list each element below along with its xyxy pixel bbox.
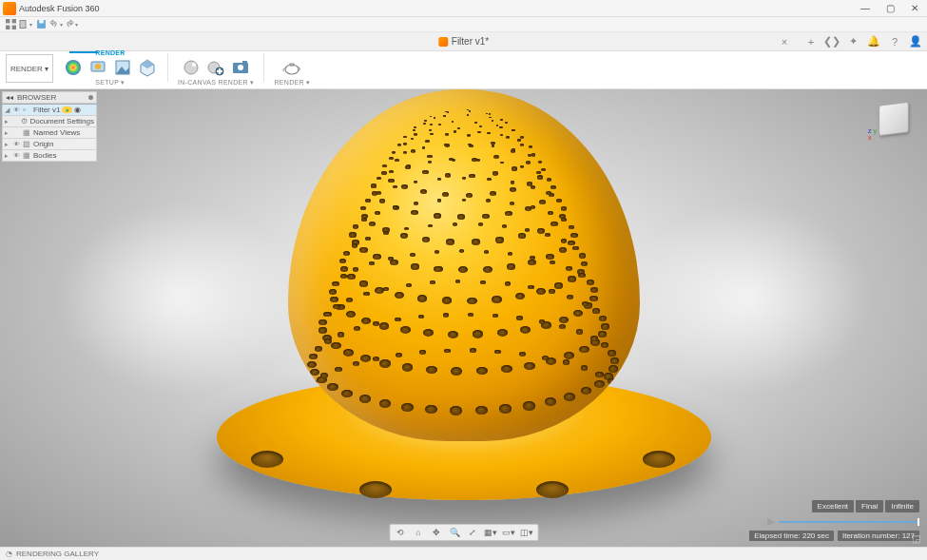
- tab-close-icon[interactable]: ×: [777, 34, 792, 49]
- browser-title: BROWSER: [17, 93, 56, 102]
- orbit-icon[interactable]: ⟲: [393, 526, 408, 539]
- tree-root-label: Filter v1: [33, 106, 60, 114]
- save-icon[interactable]: [34, 18, 48, 31]
- tree-item-origin[interactable]: ▸ 👁 Origin: [2, 139, 97, 150]
- tree-item-docsettings[interactable]: ▸ Document Settings: [2, 116, 97, 127]
- tree-root[interactable]: ◢ 👁 ▫ Filter v1 ● ◉: [2, 105, 97, 116]
- titlebar: Autodesk Fusion 360 — ▢ ✕: [0, 0, 927, 17]
- display-settings-icon[interactable]: ▦▾: [483, 526, 498, 539]
- quality-final-button[interactable]: Final: [856, 500, 883, 512]
- svg-rect-6: [39, 20, 43, 23]
- setup-dropdown[interactable]: SETUP ▾: [95, 79, 125, 87]
- browser-settings-icon[interactable]: [88, 95, 93, 100]
- data-panel-icon[interactable]: [4, 18, 17, 31]
- expand-panel-icon[interactable]: ◲: [912, 533, 923, 545]
- tree-radio-icon[interactable]: ◉: [74, 106, 81, 114]
- elapsed-time-chip: Elapsed time: 220 sec: [749, 531, 834, 541]
- tree-badge: ●: [62, 106, 71, 113]
- decal-icon[interactable]: [112, 57, 133, 78]
- svg-point-14: [192, 63, 196, 67]
- new-tab-icon[interactable]: +: [803, 34, 819, 49]
- visibility-icon[interactable]: 👁: [13, 152, 21, 159]
- svg-rect-2: [6, 26, 10, 29]
- render-teapot-icon[interactable]: [281, 57, 302, 78]
- svg-rect-18: [217, 70, 222, 72]
- model-dome: [288, 89, 640, 441]
- toolbar-divider: [167, 53, 168, 82]
- svg-point-9: [95, 64, 101, 69]
- tree-item-label: Document Settings: [29, 117, 94, 126]
- toolbar-divider: [263, 53, 264, 82]
- visibility-icon[interactable]: 👁: [13, 141, 21, 147]
- svg-rect-3: [11, 26, 15, 29]
- document-tab-strip: Filter v1* × + ❮❯ ✦ 🔔 ? 👤: [0, 32, 927, 51]
- tree-item-label: Bodies: [33, 151, 56, 160]
- light-reflection: [623, 203, 870, 394]
- document-name: Filter v1*: [452, 36, 489, 47]
- incanvas-render-dropdown[interactable]: IN-CANVAS RENDER ▾: [178, 79, 254, 87]
- expand-icon[interactable]: ▸: [5, 152, 11, 160]
- tree-item-bodies[interactable]: ▸ 👁 Bodies: [2, 150, 97, 162]
- bell-icon[interactable]: 🔔: [866, 34, 881, 49]
- status-icon: ◔: [6, 550, 12, 558]
- extensions-icon[interactable]: ✦: [845, 34, 860, 49]
- expand-icon[interactable]: ▸: [5, 129, 11, 137]
- help-icon[interactable]: ?: [887, 34, 902, 49]
- axis-triad: z yx: [868, 127, 877, 141]
- viewport-settings-icon[interactable]: ◫▾: [519, 526, 534, 539]
- visibility-icon[interactable]: 👁: [13, 106, 21, 113]
- quality-infinite-button[interactable]: Infinite: [885, 500, 919, 512]
- status-text: RENDERING GALLERY: [16, 550, 99, 558]
- render-dropdown[interactable]: RENDER ▾: [274, 79, 310, 87]
- iteration-chip: Iteration number: 127: [838, 531, 919, 541]
- pan-icon[interactable]: ✥: [429, 526, 444, 539]
- browser-header[interactable]: ◂◂ BROWSER: [2, 91, 97, 104]
- capture-image-icon[interactable]: [230, 57, 251, 78]
- view-cube[interactable]: z yx: [874, 99, 914, 139]
- svg-point-20: [238, 65, 243, 70]
- lookat-icon[interactable]: ⌂: [411, 526, 426, 539]
- app-icon: [3, 2, 16, 15]
- browser-collapse-icon[interactable]: ◂◂: [6, 93, 13, 102]
- expand-icon[interactable]: ▸: [5, 118, 10, 126]
- document-tab[interactable]: Filter v1*: [438, 36, 489, 47]
- bodies-icon: [23, 151, 31, 160]
- tree-item-label: Origin: [33, 140, 53, 148]
- redo-icon[interactable]: [65, 18, 78, 31]
- active-tab-underline: [69, 51, 98, 53]
- user-avatar-icon[interactable]: 👤: [908, 34, 923, 49]
- scene-settings-icon[interactable]: [87, 57, 108, 78]
- tree-item-namedviews[interactable]: ▸ Named Views: [2, 127, 97, 139]
- incanvas-settings-icon[interactable]: [205, 57, 226, 78]
- notifications-icon[interactable]: ❮❯: [824, 34, 840, 49]
- svg-point-7: [66, 60, 81, 75]
- undo-icon[interactable]: [49, 18, 63, 31]
- grid-settings-icon[interactable]: ▭▾: [501, 526, 516, 539]
- maximize-button[interactable]: ▢: [878, 0, 902, 17]
- svg-rect-1: [11, 19, 15, 23]
- svg-point-13: [184, 61, 198, 74]
- ribbon-toolbar: RENDER ▾ RENDER SETUP ▾ x: [0, 51, 927, 89]
- expand-icon[interactable]: ◢: [5, 106, 11, 114]
- appearance-icon[interactable]: [63, 57, 84, 78]
- quality-excellent-button[interactable]: Excellent: [812, 500, 854, 512]
- file-menu-icon[interactable]: [19, 18, 32, 31]
- fit-icon[interactable]: ⤢: [465, 526, 480, 539]
- views-icon: [23, 128, 31, 137]
- minimize-button[interactable]: —: [853, 0, 878, 17]
- zoom-icon[interactable]: 🔍: [447, 526, 462, 539]
- play-pause-icon[interactable]: ▶: [767, 515, 775, 528]
- viewport-canvas[interactable]: ◂◂ BROWSER ◢ 👁 ▫ Filter v1 ● ◉ ▸ Documen…: [0, 89, 927, 547]
- quick-access-toolbar: [0, 17, 927, 32]
- browser-panel: ◂◂ BROWSER ◢ 👁 ▫ Filter v1 ● ◉ ▸ Documen…: [2, 91, 97, 162]
- gear-icon: [21, 117, 29, 126]
- component-icon: ▫: [23, 106, 31, 114]
- incanvas-render-icon[interactable]: [181, 57, 202, 78]
- close-button[interactable]: ✕: [902, 0, 927, 17]
- workspace-switcher[interactable]: RENDER ▾: [6, 54, 53, 83]
- expand-icon[interactable]: ▸: [5, 141, 11, 148]
- texture-map-icon[interactable]: [137, 57, 158, 78]
- light-reflection: [57, 203, 304, 394]
- render-progress-slider[interactable]: [779, 521, 919, 523]
- svg-rect-21: [242, 61, 247, 64]
